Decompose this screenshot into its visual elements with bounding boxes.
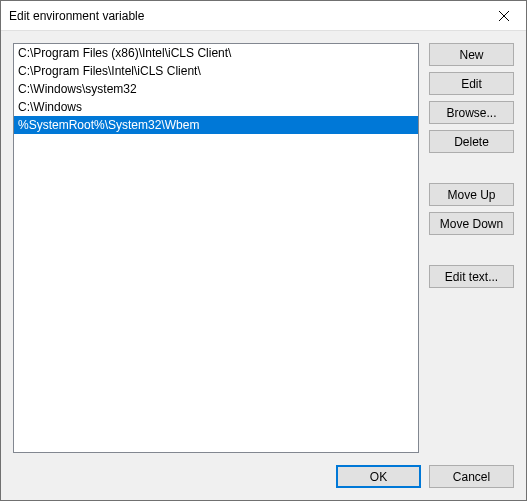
spacer <box>429 241 514 259</box>
dialog-window: Edit environment variable C:\Program Fil… <box>0 0 527 501</box>
close-button[interactable] <box>481 1 526 31</box>
spacer <box>429 159 514 177</box>
edit-text-button[interactable]: Edit text... <box>429 265 514 288</box>
path-list-container: C:\Program Files (x86)\Intel\iCLS Client… <box>13 43 419 453</box>
list-item[interactable]: C:\Program Files (x86)\Intel\iCLS Client… <box>14 44 418 62</box>
browse-button[interactable]: Browse... <box>429 101 514 124</box>
window-title: Edit environment variable <box>1 9 144 23</box>
path-list[interactable]: C:\Program Files (x86)\Intel\iCLS Client… <box>14 44 418 452</box>
content-area: C:\Program Files (x86)\Intel\iCLS Client… <box>1 31 526 453</box>
list-item[interactable]: C:\Windows <box>14 98 418 116</box>
list-item[interactable]: C:\Program Files\Intel\iCLS Client\ <box>14 62 418 80</box>
close-icon <box>499 11 509 21</box>
footer: OK Cancel <box>1 453 526 500</box>
edit-button[interactable]: Edit <box>429 72 514 95</box>
move-up-button[interactable]: Move Up <box>429 183 514 206</box>
move-down-button[interactable]: Move Down <box>429 212 514 235</box>
ok-button[interactable]: OK <box>336 465 421 488</box>
new-button[interactable]: New <box>429 43 514 66</box>
delete-button[interactable]: Delete <box>429 130 514 153</box>
titlebar: Edit environment variable <box>1 1 526 31</box>
button-sidebar: New Edit Browse... Delete Move Up Move D… <box>429 43 514 453</box>
cancel-button[interactable]: Cancel <box>429 465 514 488</box>
list-item[interactable]: %SystemRoot%\System32\Wbem <box>14 116 418 134</box>
list-item[interactable]: C:\Windows\system32 <box>14 80 418 98</box>
